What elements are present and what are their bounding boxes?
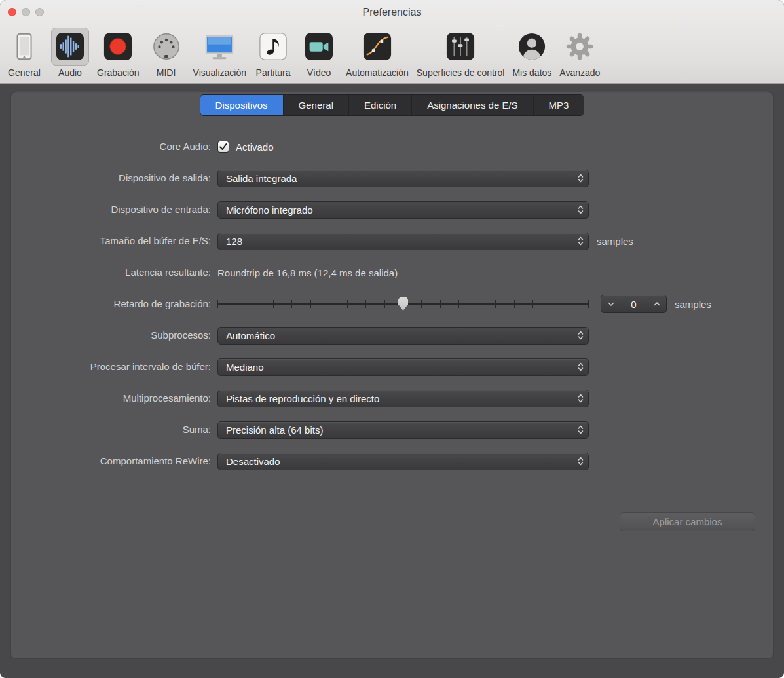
- updown-chevrons-icon: [577, 424, 584, 436]
- summing-label: Suma:: [11, 421, 211, 439]
- buffer-interval-value: Mediano: [226, 362, 577, 373]
- toolbar-item-audio[interactable]: Audio: [51, 28, 89, 78]
- minimize-button[interactable]: [22, 8, 30, 16]
- buffer-interval-label: Procesar intervalo de búfer:: [11, 358, 211, 376]
- toolbar-item-label: Grabación: [97, 67, 140, 78]
- core-audio-checkbox[interactable]: [217, 141, 229, 153]
- tab-asignaciones-es[interactable]: Asignaciones de E/S: [412, 95, 533, 115]
- latency-label: Latencia resultante:: [11, 263, 211, 282]
- content-area: Dispositivos General Edición Asignacione…: [0, 84, 784, 678]
- faders-icon: [441, 28, 479, 66]
- updown-chevrons-icon: [577, 235, 584, 247]
- buffer-size-value: 128: [226, 236, 577, 247]
- core-audio-value: Activado: [236, 141, 274, 153]
- close-button[interactable]: [8, 8, 16, 16]
- output-device-label: Dispositivo de salida:: [11, 169, 211, 187]
- recording-delay-suffix: samples: [675, 299, 711, 310]
- recording-delay-stepper[interactable]: 0: [601, 295, 667, 313]
- tab-dispositivos[interactable]: Dispositivos: [200, 95, 284, 115]
- toolbar-item-visualizacion[interactable]: Visualización: [193, 28, 246, 78]
- audio-devices-form: Core Audio: Activado Dispositivo de sali…: [11, 138, 773, 531]
- threads-label: Subprocesos:: [11, 326, 211, 345]
- toolbar-item-partitura[interactable]: Partitura: [254, 28, 292, 78]
- music-note-icon: [254, 28, 292, 66]
- general-device-icon: [5, 28, 43, 66]
- threads-select[interactable]: Automático: [217, 327, 589, 345]
- video-camera-icon: [300, 28, 338, 66]
- input-device-label: Dispositivo de entrada:: [11, 200, 211, 219]
- toolbar-item-general[interactable]: General: [5, 28, 43, 78]
- multiprocessing-select[interactable]: Pistas de reproducción y en directo: [217, 390, 589, 407]
- buffer-size-select[interactable]: 128: [217, 233, 589, 250]
- toolbar-item-mis-datos[interactable]: Mis datos: [512, 28, 551, 78]
- output-device-value: Salida integrada: [226, 173, 577, 184]
- apply-row: Aplicar cambios: [11, 512, 773, 531]
- toolbar-item-superficies-de-control[interactable]: Superficies de control: [417, 28, 505, 78]
- recording-delay-value: 0: [620, 299, 647, 310]
- record-icon: [99, 28, 137, 66]
- updown-chevrons-icon: [577, 392, 584, 404]
- rewire-label: Comportamiento ReWire:: [11, 452, 211, 470]
- apply-changes-button[interactable]: Aplicar cambios: [620, 512, 755, 531]
- audio-waveform-icon: [51, 28, 89, 66]
- updown-chevrons-icon: [577, 361, 584, 373]
- zoom-button[interactable]: [35, 8, 44, 16]
- core-audio-label: Core Audio:: [11, 138, 211, 156]
- titlebar: Preferencias: [0, 0, 784, 24]
- toolbar-item-video[interactable]: Vídeo: [300, 28, 338, 78]
- toolbar-item-label: Mis datos: [512, 67, 551, 78]
- audio-preferences-panel: Dispositivos General Edición Asignacione…: [10, 92, 774, 659]
- toolbar-item-label: Avanzado: [559, 67, 600, 78]
- rewire-value: Desactivado: [226, 456, 577, 467]
- toolbar-item-label: Partitura: [256, 67, 291, 78]
- automation-curve-icon: [358, 28, 396, 66]
- threads-value: Automático: [226, 330, 577, 341]
- toolbar-item-label: Automatización: [346, 67, 409, 78]
- buffer-size-label: Tamaño del búfer de E/S:: [11, 232, 211, 250]
- toolbar-item-label: Superficies de control: [417, 67, 505, 78]
- toolbar-item-label: Vídeo: [307, 67, 331, 78]
- slider-handle[interactable]: [398, 297, 408, 311]
- multiprocessing-value: Pistas de reproducción y en directo: [226, 393, 577, 404]
- buffer-interval-select[interactable]: Mediano: [217, 358, 589, 376]
- toolbar-item-label: MIDI: [157, 67, 176, 78]
- tab-edicion[interactable]: Edición: [349, 95, 412, 115]
- toolbar-item-label: General: [8, 67, 41, 78]
- stepper-increment-button[interactable]: [647, 295, 666, 312]
- updown-chevrons-icon: [577, 455, 584, 467]
- toolbar-item-label: Visualización: [193, 67, 246, 78]
- input-device-select[interactable]: Micrófono integrado: [217, 201, 589, 219]
- window-header: Preferencias General: [0, 0, 784, 84]
- preferences-toolbar: General: [0, 24, 784, 83]
- rewire-select[interactable]: Desactivado: [217, 453, 589, 470]
- toolbar-item-avanzado[interactable]: Avanzado: [559, 28, 600, 78]
- toolbar-item-grabacion[interactable]: Grabación: [97, 28, 140, 78]
- input-device-value: Micrófono integrado: [226, 204, 577, 216]
- multiprocessing-label: Multiprocesamiento:: [11, 389, 211, 407]
- midi-connector-icon: [147, 28, 185, 66]
- output-device-select[interactable]: Salida integrada: [217, 170, 589, 187]
- latency-value: Roundtrip de 16,8 ms (12,4 ms de salida): [217, 267, 398, 278]
- summing-select[interactable]: Precisión alta (64 bits): [217, 421, 589, 439]
- core-audio-row: Activado: [217, 138, 773, 156]
- summing-value: Precisión alta (64 bits): [226, 424, 577, 436]
- toolbar-item-midi[interactable]: MIDI: [147, 28, 185, 78]
- person-icon: [513, 28, 551, 66]
- traffic-lights: [8, 8, 44, 16]
- updown-chevrons-icon: [577, 172, 584, 184]
- toolbar-item-automatizacion[interactable]: Automatización: [346, 28, 409, 78]
- window-title: Preferencias: [363, 7, 422, 18]
- tab-mp3[interactable]: MP3: [534, 95, 584, 115]
- tab-bar-wrapper: Dispositivos General Edición Asignacione…: [11, 94, 773, 116]
- display-icon: [200, 28, 238, 66]
- updown-chevrons-icon: [577, 204, 584, 216]
- preferences-tab-bar: Dispositivos General Edición Asignacione…: [200, 94, 585, 116]
- buffer-size-suffix: samples: [597, 236, 633, 247]
- preferences-window: Preferencias General: [0, 0, 784, 678]
- tab-general[interactable]: General: [284, 95, 349, 115]
- gear-icon: [561, 28, 599, 66]
- stepper-decrement-button[interactable]: [601, 295, 620, 312]
- recording-delay-slider[interactable]: [217, 297, 589, 311]
- updown-chevrons-icon: [577, 330, 584, 341]
- recording-delay-label: Retardo de grabación:: [11, 295, 211, 313]
